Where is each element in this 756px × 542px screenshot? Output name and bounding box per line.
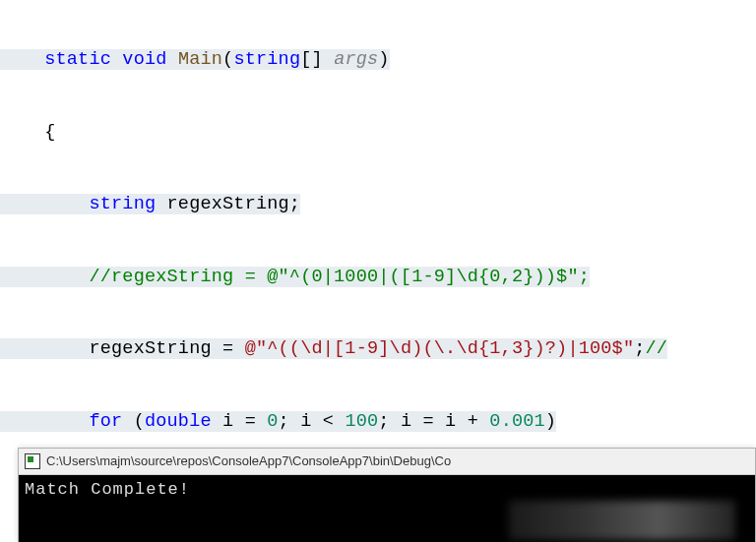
for-decl: i =: [212, 411, 268, 432]
console-output[interactable]: Match Complete!: [19, 475, 755, 542]
type-double: double: [145, 411, 212, 432]
comment-line: //regexString = @"^(0|1000|([1-9]\d{0,2}…: [89, 267, 590, 287]
keyword-for: for: [89, 411, 122, 432]
console-window: C:\Users\majm\source\repos\ConsoleApp7\C…: [18, 448, 756, 542]
console-title-bar[interactable]: C:\Users\majm\source\repos\ConsoleApp7\C…: [19, 449, 755, 475]
console-app-icon: [25, 453, 40, 469]
num-zero: 0: [267, 411, 278, 432]
for-cond: ; i <: [279, 411, 346, 432]
semicolon: ;: [634, 338, 645, 359]
keyword-void: void: [122, 49, 166, 70]
type-string: string: [89, 194, 156, 214]
for-step: ; i = i +: [378, 411, 489, 432]
num-inc: 0.001: [489, 411, 545, 432]
param-args: args: [334, 49, 378, 70]
comment-trail: //: [646, 338, 668, 359]
console-output-line: Match Complete!: [25, 480, 190, 499]
method-main: Main: [178, 49, 222, 70]
type-string: string: [233, 49, 300, 70]
assign: regexString =: [89, 338, 244, 359]
console-title: C:\Users\majm\source\repos\ConsoleApp7\C…: [46, 450, 451, 474]
paren-open: (: [122, 411, 145, 432]
paren-close: ): [545, 411, 556, 432]
string-regex: @"^((\d|[1-9]\d)(\.\d{1,3})?)|100$": [245, 338, 635, 359]
var-decl: regexString;: [156, 194, 300, 214]
brace-open: {: [44, 122, 55, 143]
blurred-region: [509, 501, 735, 540]
keyword-static: static: [44, 49, 111, 70]
num-hundred: 100: [345, 411, 378, 432]
